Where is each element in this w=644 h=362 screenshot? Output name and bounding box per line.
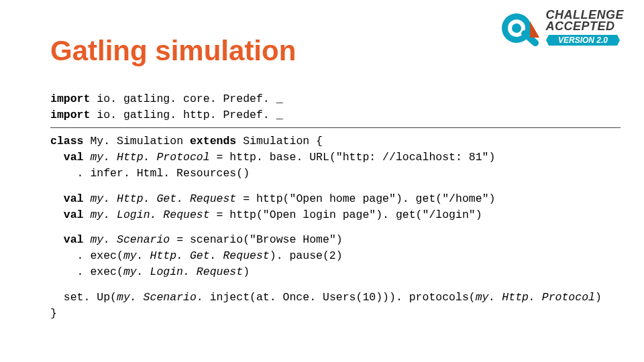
qa-logo-icon [499, 7, 542, 50]
code-text: = scenario("Browse Home") [170, 233, 342, 246]
code-line: val my. Http. Get. Request = http("Open … [50, 191, 621, 207]
keyword-class: class [50, 135, 84, 147]
identifier: my. Http. Get. Request [123, 249, 270, 262]
code-text: io. gatling. http. Predef. _ [90, 109, 282, 121]
code-text: } [50, 307, 57, 320]
code-text: . infer. Html. Resources() [77, 167, 250, 180]
code-text: io. gatling. core. Predef. _ [90, 93, 282, 105]
code-line: } [50, 306, 621, 322]
keyword-import: import [50, 109, 90, 121]
code-text: set. Up( [64, 291, 117, 304]
code-line: . infer. Html. Resources() [50, 166, 621, 182]
code-text: ) [595, 291, 602, 304]
keyword-import: import [50, 93, 90, 105]
code-text: . exec( [77, 265, 123, 278]
code-text: . inject(at. Once. Users(10))). protocol… [197, 291, 476, 304]
code-line: import io. gatling. core. Predef. _ [50, 91, 621, 107]
code-line: val my. Scenario = scenario("Browse Home… [50, 232, 621, 248]
identifier: my. Scenario [84, 233, 170, 246]
identifier: my. Scenario [117, 291, 197, 304]
keyword-val: val [64, 233, 84, 246]
code-text: = http. base. URL("http: //localhost: 81… [210, 151, 496, 164]
svg-text:VERSION 2.0: VERSION 2.0 [557, 36, 607, 45]
code-line: val my. Login. Request = http("Open logi… [50, 207, 621, 223]
code-line: . exec(my. Http. Get. Request). pause(2) [50, 248, 621, 264]
code-line: import io. gatling. http. Predef. _ [50, 107, 621, 123]
code-text: . exec( [77, 249, 123, 262]
code-text: Simulation { [236, 135, 323, 147]
keyword-extends: extends [190, 135, 236, 147]
identifier: my. Login. Request [84, 208, 210, 221]
code-text: ) [243, 265, 250, 278]
version-badge-icon: VERSION 2.0 [546, 34, 620, 47]
code-text: = http("Open login page"). get("/login") [210, 208, 482, 221]
code-line: . exec(my. Login. Request) [50, 264, 621, 280]
svg-point-2 [512, 23, 521, 33]
code-block: import io. gatling. core. Predef. _ impo… [50, 91, 621, 322]
keyword-val: val [64, 208, 84, 221]
keyword-val: val [64, 151, 84, 164]
code-text: ). pause(2) [270, 249, 343, 262]
page-title: Gatling simulation [50, 35, 296, 67]
identifier: my. Login. Request [123, 265, 243, 278]
code-line: set. Up(my. Scenario. inject(at. Once. U… [50, 290, 621, 306]
identifier: my. Http. Protocol [84, 151, 210, 164]
identifier: my. Http. Protocol [476, 291, 595, 304]
code-text: = http("Open home page"). get("/home") [236, 192, 495, 205]
code-line: class My. Simulation extends Simulation … [50, 133, 621, 149]
logo-line2: ACCEPTED [546, 21, 625, 32]
code-text: My. Simulation [84, 135, 190, 147]
logo-text: CHALLENGE ACCEPTED VERSION 2.0 [546, 9, 625, 46]
code-line: val my. Http. Protocol = http. base. URL… [50, 149, 621, 166]
keyword-val: val [64, 192, 84, 205]
identifier: my. Http. Get. Request [84, 192, 237, 205]
divider [50, 127, 621, 128]
event-logo: CHALLENGE ACCEPTED VERSION 2.0 [499, 7, 625, 50]
